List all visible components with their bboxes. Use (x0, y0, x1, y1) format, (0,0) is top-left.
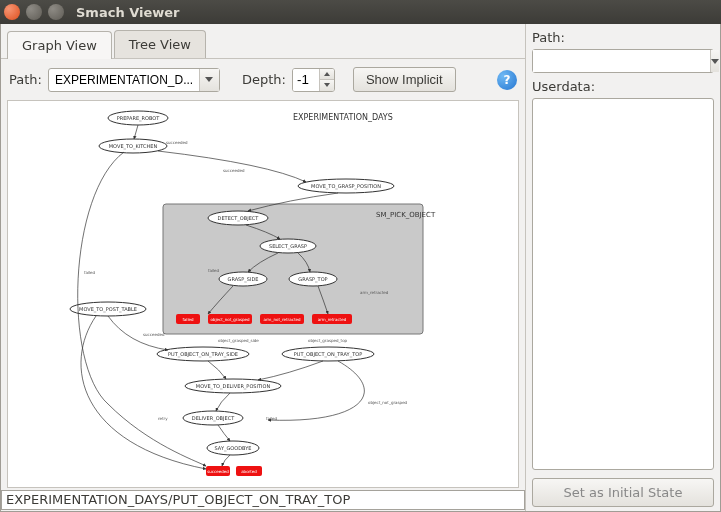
svg-text:DETECT_OBJECT: DETECT_OBJECT (218, 215, 260, 222)
spin-down-icon[interactable] (320, 80, 334, 91)
depth-label: Depth: (242, 72, 286, 87)
minimize-icon[interactable] (26, 4, 42, 20)
depth-input[interactable] (293, 69, 319, 91)
svg-text:failed: failed (266, 416, 278, 421)
svg-text:succeeded: succeeded (223, 168, 245, 173)
path-input[interactable] (49, 69, 199, 91)
svg-text:MOVE_TO_DELIVER_POSITION: MOVE_TO_DELIVER_POSITION (196, 383, 271, 390)
svg-text:GRASP_TOP: GRASP_TOP (298, 276, 327, 283)
svg-text:object_not_grasped: object_not_grasped (368, 400, 408, 405)
tab-graph-view[interactable]: Graph View (7, 31, 112, 59)
svg-text:succeeded: succeeded (166, 140, 188, 145)
svg-text:object_grasped_top: object_grasped_top (308, 338, 348, 343)
right-path-label: Path: (532, 30, 714, 45)
svg-text:PREPARE_ROBOT: PREPARE_ROBOT (117, 115, 161, 122)
spin-up-icon[interactable] (320, 69, 334, 80)
window-title: Smach Viewer (76, 5, 180, 20)
svg-text:arm_retracted: arm_retracted (360, 290, 389, 295)
graph-toolbar: Path: Depth: Show Implicit ? (1, 58, 525, 100)
path-combo[interactable] (48, 68, 220, 92)
svg-text:object_not_grasped: object_not_grasped (210, 317, 250, 322)
graph-canvas[interactable]: EXPERIMENTATION_DAYS SM_PICK_OBJECT PREP… (7, 100, 519, 488)
svg-text:succeeded: succeeded (207, 469, 229, 474)
svg-text:PUT_OBJECT_ON_TRAY_TOP: PUT_OBJECT_ON_TRAY_TOP (294, 351, 362, 358)
svg-text:MOVE_TO_KITCHEN: MOVE_TO_KITCHEN (109, 143, 158, 150)
maximize-icon[interactable] (48, 4, 64, 20)
userdata-box[interactable] (532, 98, 714, 470)
tab-tree-view[interactable]: Tree View (114, 30, 206, 58)
svg-text:failed: failed (182, 317, 194, 322)
svg-text:aborted: aborted (241, 469, 257, 474)
set-initial-state-button[interactable]: Set as Initial State (532, 478, 714, 507)
svg-text:arm_retracted: arm_retracted (318, 317, 347, 322)
close-icon[interactable] (4, 4, 20, 20)
right-path-combo[interactable] (532, 49, 714, 73)
state-machine-graph: EXPERIMENTATION_DAYS SM_PICK_OBJECT PREP… (8, 101, 518, 487)
svg-text:DELIVER_OBJECT: DELIVER_OBJECT (192, 415, 235, 422)
svg-text:SM_PICK_OBJECT: SM_PICK_OBJECT (376, 211, 436, 219)
userdata-label: Userdata: (532, 79, 714, 94)
path-label: Path: (9, 72, 42, 87)
svg-text:MOVE_TO_GRASP_POSITION: MOVE_TO_GRASP_POSITION (311, 183, 381, 190)
depth-spinner[interactable] (292, 68, 335, 92)
help-icon[interactable]: ? (497, 70, 517, 90)
window-titlebar: Smach Viewer (0, 0, 721, 24)
show-implicit-button[interactable]: Show Implicit (353, 67, 456, 92)
chevron-down-icon[interactable] (199, 69, 219, 91)
svg-text:arm_not_retracted: arm_not_retracted (264, 317, 301, 322)
svg-text:succeeded: succeeded (143, 332, 165, 337)
svg-text:SAY_GOODBYE: SAY_GOODBYE (215, 445, 252, 452)
chevron-down-icon[interactable] (710, 50, 719, 72)
svg-text:retry: retry (158, 416, 168, 421)
svg-text:GRASP_SIDE: GRASP_SIDE (228, 276, 259, 283)
view-tabs: Graph View Tree View (1, 24, 525, 58)
svg-text:object_grasped_side: object_grasped_side (218, 338, 259, 343)
svg-text:failed: failed (208, 268, 220, 273)
status-bar: EXPERIMENTATION_DAYS/PUT_OBJECT_ON_TRAY_… (1, 490, 525, 510)
right-path-input[interactable] (533, 50, 710, 72)
svg-text:PUT_OBJECT_ON_TRAY_SIDE: PUT_OBJECT_ON_TRAY_SIDE (168, 351, 238, 358)
right-panel: Path: Userdata: Set as Initial State (526, 24, 720, 511)
graph-root-label: EXPERIMENTATION_DAYS (293, 113, 393, 122)
svg-text:MOVE_TO_POST_TABLE: MOVE_TO_POST_TABLE (79, 306, 137, 313)
svg-text:SELECT_GRASP: SELECT_GRASP (269, 243, 307, 250)
svg-text:failed: failed (84, 270, 96, 275)
